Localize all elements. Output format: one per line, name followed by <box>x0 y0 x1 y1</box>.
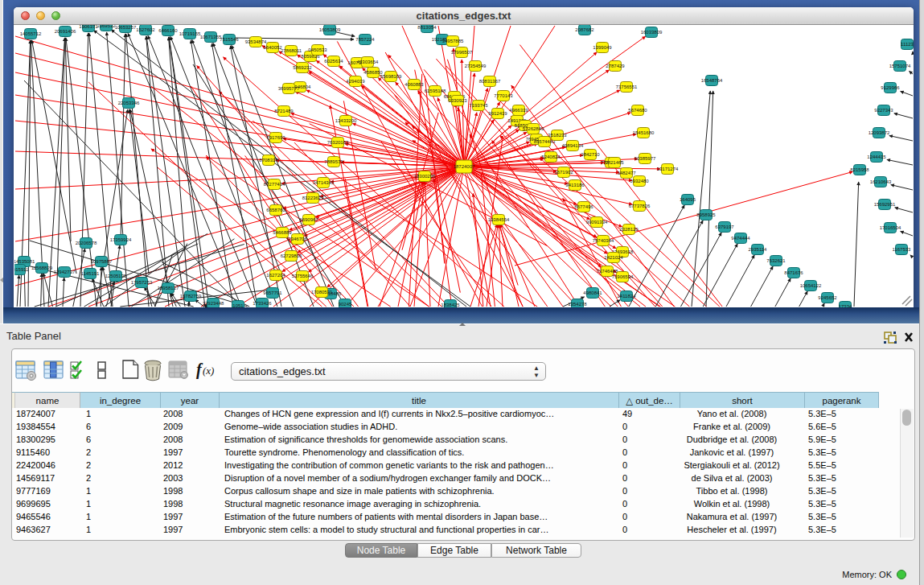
svg-text:17016504: 17016504 <box>880 225 901 230</box>
svg-text:7193745: 7193745 <box>469 103 488 108</box>
svg-text:22053346: 22053346 <box>118 101 140 105</box>
svg-text:1640052: 1640052 <box>263 45 282 50</box>
svg-text:1244415: 1244415 <box>867 154 886 159</box>
svg-text:53755646: 53755646 <box>292 274 314 278</box>
svg-text:8813054: 8813054 <box>417 25 437 30</box>
svg-text:15751074: 15751074 <box>889 64 911 68</box>
svg-text:8958925: 8958925 <box>696 212 716 217</box>
svg-text:9474444: 9474444 <box>731 236 750 241</box>
svg-text:79740344: 79740344 <box>593 238 614 243</box>
svg-text:20206578: 20206578 <box>76 241 97 245</box>
svg-text:62729806: 62729806 <box>281 253 302 258</box>
svg-text:12942737: 12942737 <box>54 270 76 274</box>
svg-text:2787429: 2787429 <box>606 64 625 68</box>
svg-text:16053809: 16053809 <box>319 27 341 32</box>
svg-text:1627204: 1627204 <box>266 273 285 278</box>
svg-text:7632621: 7632621 <box>766 258 786 263</box>
svg-text:16033809: 16033809 <box>641 30 663 35</box>
svg-text:17080531: 17080531 <box>311 290 333 295</box>
svg-text:7770143: 7770143 <box>494 93 513 98</box>
svg-text:43303654: 43303654 <box>357 60 379 64</box>
svg-text:18724007: 18724007 <box>454 164 475 169</box>
svg-text:80831367: 80831367 <box>479 79 501 84</box>
svg-text:2087682: 2087682 <box>575 27 594 32</box>
svg-text:76320163: 76320163 <box>327 140 349 145</box>
svg-text:71756551: 71756551 <box>616 84 638 89</box>
svg-text:9129966: 9129966 <box>881 85 900 90</box>
svg-text:9657791: 9657791 <box>263 290 282 295</box>
svg-text:60385977: 60385977 <box>634 156 656 161</box>
svg-text:15692951: 15692951 <box>874 202 896 207</box>
svg-text:1399049: 1399049 <box>593 45 612 50</box>
svg-text:8215958: 8215958 <box>850 167 869 172</box>
svg-text:10719155: 10719155 <box>179 31 201 36</box>
svg-text:20691406: 20691406 <box>55 29 76 34</box>
svg-text:4294019: 4294019 <box>346 79 365 84</box>
svg-text:1671902: 1671902 <box>554 170 573 175</box>
svg-text:6379197: 6379197 <box>715 225 734 229</box>
svg-text:4980841: 4980841 <box>583 290 602 295</box>
svg-text:10671355: 10671355 <box>200 35 222 39</box>
svg-text:6658760: 6658760 <box>266 208 285 212</box>
svg-text:12093872: 12093872 <box>869 130 890 135</box>
svg-text:1167533: 1167533 <box>893 247 912 252</box>
svg-text:16548764: 16548764 <box>701 78 723 83</box>
svg-text:57262849: 57262849 <box>523 126 544 131</box>
svg-text:2328120: 2328120 <box>619 227 639 232</box>
svg-text:5674680: 5674680 <box>628 108 647 113</box>
svg-text:16210643: 16210643 <box>870 179 892 184</box>
svg-text:9912419: 9912419 <box>488 111 507 116</box>
svg-text:2411824: 2411824 <box>618 294 637 299</box>
svg-text:14055712: 14055712 <box>20 31 42 36</box>
svg-text:36995777: 36995777 <box>278 86 300 91</box>
svg-text:7515546: 7515546 <box>220 37 239 42</box>
svg-text:13433200: 13433200 <box>335 118 357 123</box>
svg-text:0450533: 0450533 <box>308 47 327 52</box>
svg-text:55698169: 55698169 <box>380 74 402 79</box>
svg-text:17957253: 17957253 <box>131 280 153 285</box>
svg-text:3482477: 3482477 <box>617 171 636 175</box>
svg-text:1906371: 1906371 <box>79 25 98 29</box>
svg-text:61595148: 61595148 <box>425 89 446 93</box>
svg-text:27354549: 27354549 <box>465 64 487 68</box>
svg-text:6690967: 6690967 <box>299 217 318 222</box>
svg-text:1145191: 1145191 <box>81 271 101 276</box>
svg-text:7917693: 7917693 <box>266 135 285 140</box>
svg-text:1733426: 1733426 <box>253 301 272 306</box>
svg-text:3518233: 3518233 <box>548 133 567 138</box>
svg-text:4060883: 4060883 <box>405 82 424 87</box>
svg-text:5869232: 5869232 <box>293 65 312 70</box>
svg-text:67737826: 67737826 <box>629 204 651 208</box>
svg-text:0330923: 0330923 <box>448 98 467 103</box>
svg-text:49894134: 49894134 <box>562 143 584 148</box>
svg-text:9413186: 9413186 <box>565 183 585 187</box>
svg-text:4966319: 4966319 <box>509 108 528 113</box>
svg-text:6025634: 6025634 <box>324 59 343 64</box>
svg-text:34957885: 34957885 <box>442 39 464 43</box>
svg-text:(x): (x) <box>203 365 214 377</box>
svg-text:9245652: 9245652 <box>818 295 837 300</box>
svg-text:34714345: 34714345 <box>313 180 335 185</box>
svg-text:27868011: 27868011 <box>281 48 302 53</box>
svg-text:10958127: 10958127 <box>158 286 179 290</box>
svg-text:7889579: 7889579 <box>324 159 343 164</box>
svg-text:15451680: 15451680 <box>633 130 655 135</box>
svg-text:13171274: 13171274 <box>657 167 679 171</box>
svg-text:7346706: 7346706 <box>288 237 307 241</box>
svg-text:2421024: 2421024 <box>604 255 623 260</box>
svg-text:164095: 164095 <box>680 197 696 202</box>
svg-text:8471676: 8471676 <box>784 270 803 275</box>
svg-text:37996507: 37996507 <box>451 50 473 55</box>
svg-text:11123: 11123 <box>901 42 914 47</box>
svg-text:5240824: 5240824 <box>541 154 561 159</box>
svg-text:12923448: 12923448 <box>203 301 224 306</box>
svg-text:1527602: 1527602 <box>136 27 155 32</box>
svg-text:30975867: 30975867 <box>91 259 113 264</box>
svg-text:19384554: 19384554 <box>488 217 510 222</box>
svg-text:10654122: 10654122 <box>800 283 822 288</box>
svg-text:71746488: 71746488 <box>597 269 618 274</box>
svg-text:1069532: 1069532 <box>97 25 116 28</box>
svg-text:7857224: 7857224 <box>355 37 375 42</box>
svg-text:93534874: 93534874 <box>245 39 267 44</box>
svg-text:0842710: 0842710 <box>581 152 600 157</box>
